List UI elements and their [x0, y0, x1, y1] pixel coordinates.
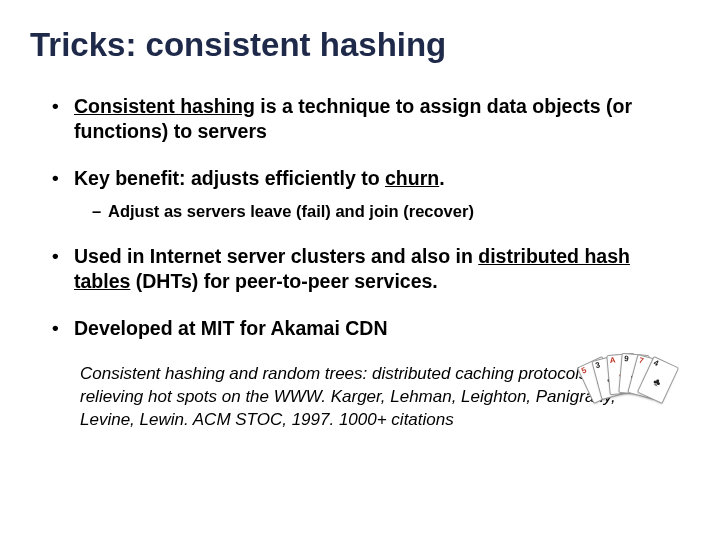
bullet-text: (DHTs) for peer-to-peer services. — [130, 270, 437, 292]
card-rank: 4 — [652, 359, 675, 376]
sub-bullet-list: Adjust as servers leave (fail) and join … — [74, 201, 680, 222]
term-churn: churn — [385, 167, 439, 189]
bullet-consistent-hashing: Consistent hashing is a technique to ass… — [52, 94, 690, 144]
bullet-text: Key benefit: adjusts efficiently to — [74, 167, 385, 189]
bullet-key-benefit: Key benefit: adjusts efficiently to chur… — [52, 166, 690, 222]
term-consistent-hashing: Consistent hashing — [74, 95, 255, 117]
bullet-text: Used in Internet server clusters and als… — [74, 245, 478, 267]
sub-bullet-adjust: Adjust as servers leave (fail) and join … — [92, 201, 680, 222]
bullet-list: Consistent hashing is a technique to ass… — [30, 94, 690, 341]
slide-title: Tricks: consistent hashing — [30, 26, 690, 64]
bullet-developed-at: Developed at MIT for Akamai CDN — [52, 316, 690, 341]
playing-cards-image: 5♦3♣A♥9♠7♦4♣ — [584, 352, 684, 416]
bullet-text: . — [439, 167, 444, 189]
bullet-used-in: Used in Internet server clusters and als… — [52, 244, 690, 294]
card-suit-icon: ♣ — [645, 371, 670, 391]
